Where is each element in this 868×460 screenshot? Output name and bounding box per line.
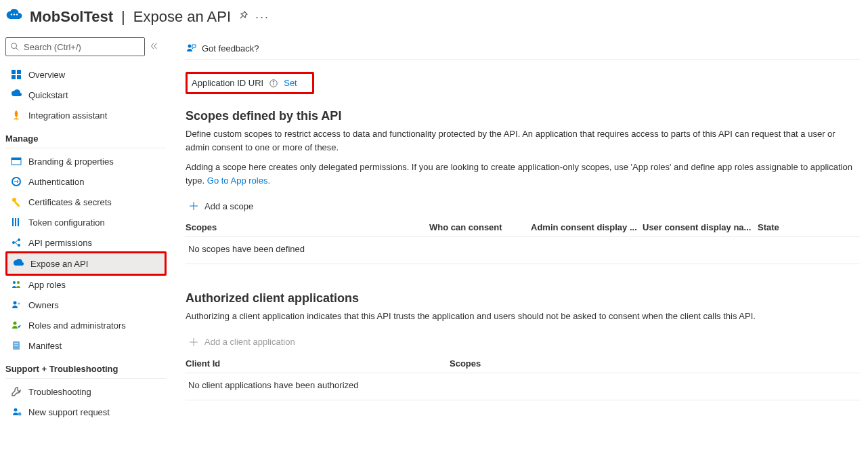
sidebar-item-rolesadmin[interactable]: Roles and administrators bbox=[5, 315, 167, 335]
sidebar-item-label: Overview bbox=[28, 70, 65, 80]
go-to-app-roles-link[interactable]: Go to App roles. bbox=[207, 175, 270, 186]
scopes-empty-message: No scopes have been defined bbox=[186, 237, 860, 264]
search-placeholder: Search (Ctrl+/) bbox=[24, 42, 81, 52]
apiperm-icon bbox=[11, 237, 22, 248]
svg-point-19 bbox=[13, 281, 16, 284]
manifest-icon bbox=[11, 340, 22, 351]
col-client-scopes: Scopes bbox=[450, 358, 860, 369]
scopes-table-header: Scopes Who can consent Admin consent dis… bbox=[186, 218, 860, 237]
quickstart-icon bbox=[11, 89, 22, 100]
sidebar-item-token[interactable]: Token configuration bbox=[5, 212, 167, 232]
add-scope-label: Add a scope bbox=[204, 201, 253, 211]
svg-point-2 bbox=[16, 14, 18, 15]
svg-point-21 bbox=[14, 301, 17, 305]
sidebar-item-label: New support request bbox=[28, 407, 110, 417]
scopes-title: Scopes defined by this API bbox=[186, 109, 860, 123]
add-client-app-button: Add a client application bbox=[186, 330, 860, 354]
add-scope-button[interactable]: Add a scope bbox=[186, 194, 860, 218]
sidebar-item-label: Token configuration bbox=[28, 217, 105, 228]
sidebar-item-label: API permissions bbox=[28, 238, 92, 248]
more-icon[interactable]: ··· bbox=[255, 11, 269, 23]
sidebar-item-label: App roles bbox=[28, 280, 66, 290]
svg-point-20 bbox=[17, 281, 20, 284]
sidebar-item-label: Troubleshooting bbox=[28, 387, 91, 397]
app-id-uri-label: Application ID URI bbox=[192, 78, 263, 88]
col-state: State bbox=[758, 222, 812, 232]
svg-point-22 bbox=[18, 303, 20, 305]
overview-icon bbox=[11, 69, 22, 80]
sidebar-item-overview[interactable]: Overview bbox=[5, 64, 167, 85]
sidebar-item-label: Quickstart bbox=[28, 90, 68, 100]
sidebar-item-integration[interactable]: Integration assistant bbox=[5, 105, 167, 125]
clients-desc: Authorizing a client application indicat… bbox=[186, 310, 860, 323]
support-icon bbox=[11, 406, 22, 417]
col-user-consent: User consent display na... bbox=[643, 222, 758, 232]
svg-point-23 bbox=[14, 322, 17, 325]
svg-rect-10 bbox=[12, 158, 21, 160]
svg-point-29 bbox=[188, 45, 192, 48]
sidebar-item-certificates[interactable]: Certificates & secrets bbox=[5, 192, 167, 212]
feedback-label: Got feedback? bbox=[202, 43, 259, 54]
scopes-desc-2: Adding a scope here creates only delegat… bbox=[186, 161, 860, 187]
svg-rect-14 bbox=[15, 218, 16, 226]
svg-rect-13 bbox=[12, 218, 14, 226]
approles-icon bbox=[11, 279, 22, 290]
svg-rect-26 bbox=[14, 346, 18, 346]
svg-rect-25 bbox=[14, 343, 18, 344]
sidebar-item-label: Expose an API bbox=[30, 259, 88, 269]
main-content: Got feedback? Application ID URI Set Sco… bbox=[172, 30, 868, 436]
sidebar-item-quickstart[interactable]: Quickstart bbox=[5, 85, 167, 105]
svg-line-4 bbox=[16, 48, 19, 51]
wrench-icon bbox=[11, 386, 22, 397]
svg-rect-8 bbox=[17, 75, 21, 79]
clients-empty-message: No client applications have been authori… bbox=[186, 373, 860, 400]
svg-point-0 bbox=[11, 14, 12, 15]
collapse-sidebar-icon[interactable] bbox=[149, 41, 158, 53]
sidebar-item-newsupport[interactable]: New support request bbox=[5, 402, 167, 422]
feedback-link[interactable]: Got feedback? bbox=[186, 39, 860, 60]
svg-rect-5 bbox=[12, 70, 16, 74]
owners-icon bbox=[11, 299, 22, 310]
svg-rect-7 bbox=[12, 75, 16, 79]
col-admin-consent: Admin consent display ... bbox=[531, 222, 643, 232]
page-title: Expose an API bbox=[133, 8, 231, 26]
scopes-desc-1: Define custom scopes to restrict access … bbox=[186, 127, 860, 154]
expose-icon bbox=[13, 258, 24, 269]
add-client-label: Add a client application bbox=[204, 337, 295, 347]
svg-point-3 bbox=[12, 43, 17, 49]
sidebar-item-authentication[interactable]: Authentication bbox=[5, 171, 167, 192]
info-icon[interactable] bbox=[269, 79, 278, 88]
auth-icon bbox=[11, 176, 22, 187]
sidebar-item-exposeapi[interactable]: Expose an API bbox=[7, 253, 165, 274]
token-icon bbox=[11, 217, 22, 228]
col-client-id: Client Id bbox=[186, 358, 450, 369]
app-cloud-icon bbox=[5, 7, 23, 26]
col-who-consent: Who can consent bbox=[429, 222, 531, 232]
search-input[interactable]: Search (Ctrl+/) bbox=[5, 37, 145, 56]
key-icon bbox=[11, 196, 22, 207]
sidebar: Search (Ctrl+/) Overview Quickstart Inte… bbox=[0, 30, 172, 436]
col-scopes: Scopes bbox=[186, 222, 429, 232]
section-support-header: Support + Troubleshooting bbox=[5, 356, 167, 379]
svg-point-32 bbox=[274, 81, 274, 81]
sidebar-item-label: Manifest bbox=[28, 341, 62, 351]
svg-point-18 bbox=[18, 244, 20, 247]
pin-icon[interactable] bbox=[238, 10, 248, 23]
svg-rect-15 bbox=[18, 218, 19, 226]
sidebar-item-label: Integration assistant bbox=[28, 110, 107, 121]
rocket-icon bbox=[11, 110, 22, 121]
sidebar-item-owners[interactable]: Owners bbox=[5, 295, 167, 315]
feedback-icon bbox=[186, 43, 196, 54]
clients-table-header: Client Id Scopes bbox=[186, 354, 860, 373]
sidebar-item-approles[interactable]: App roles bbox=[5, 274, 167, 295]
sidebar-item-apipermissions[interactable]: API permissions bbox=[5, 232, 167, 253]
sidebar-item-manifest[interactable]: Manifest bbox=[5, 335, 167, 356]
svg-point-16 bbox=[12, 241, 15, 244]
svg-point-27 bbox=[14, 409, 18, 412]
sidebar-item-label: Roles and administrators bbox=[28, 320, 126, 331]
page-header: MobSolTest | Expose an API ··· bbox=[0, 0, 868, 30]
sidebar-item-troubleshooting[interactable]: Troubleshooting bbox=[5, 381, 167, 402]
sidebar-item-branding[interactable]: Branding & properties bbox=[5, 151, 167, 171]
svg-point-1 bbox=[14, 14, 15, 15]
set-app-id-link[interactable]: Set bbox=[284, 78, 297, 88]
